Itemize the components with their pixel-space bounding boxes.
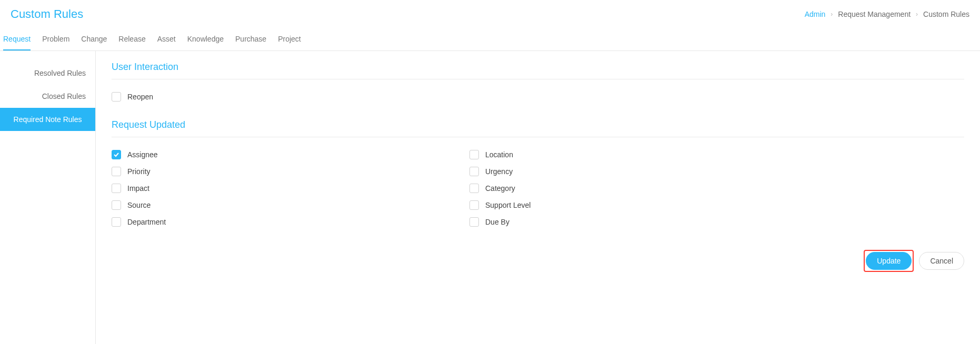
option-category: Category <box>469 184 827 193</box>
tab-problem[interactable]: Problem <box>42 28 69 50</box>
sidebar: Resolved Rules Closed Rules Required Not… <box>0 51 96 344</box>
breadcrumb-request-management[interactable]: Request Management <box>838 10 911 18</box>
option-impact: Impact <box>112 184 469 193</box>
option-label: Due By <box>485 218 509 226</box>
divider <box>112 79 964 79</box>
tab-change[interactable]: Change <box>81 28 107 50</box>
checkbox-priority[interactable] <box>112 167 121 176</box>
option-label: Urgency <box>485 167 513 176</box>
options-grid: Assignee Priority Impact <box>112 150 964 234</box>
option-priority: Priority <box>112 167 469 176</box>
module-tabs: Request Problem Change Release Asset Kno… <box>0 28 980 51</box>
cancel-button[interactable]: Cancel <box>919 252 964 270</box>
option-label: Impact <box>127 184 149 193</box>
tab-knowledge[interactable]: Knowledge <box>187 28 224 50</box>
update-button[interactable]: Update <box>866 252 912 270</box>
option-label: Source <box>127 201 151 209</box>
option-support-level: Support Level <box>469 200 827 210</box>
checkbox-reopen[interactable] <box>112 92 121 102</box>
checkbox-category[interactable] <box>469 184 479 193</box>
breadcrumb-custom-rules: Custom Rules <box>923 10 969 18</box>
tab-project[interactable]: Project <box>278 28 301 50</box>
option-assignee: Assignee <box>112 150 469 159</box>
options-col-left: Assignee Priority Impact <box>112 150 469 234</box>
chevron-right-icon: › <box>916 11 918 18</box>
checkbox-location[interactable] <box>469 150 479 159</box>
option-urgency: Urgency <box>469 167 827 176</box>
option-label: Reopen <box>127 93 153 101</box>
tab-purchase[interactable]: Purchase <box>235 28 266 50</box>
check-icon <box>113 151 119 158</box>
option-label: Category <box>485 184 515 193</box>
checkbox-support-level[interactable] <box>469 200 479 210</box>
option-label: Location <box>485 150 513 159</box>
highlight-update: Update <box>864 250 914 272</box>
tab-asset[interactable]: Asset <box>157 28 176 50</box>
breadcrumb-admin[interactable]: Admin <box>805 10 826 18</box>
tab-release[interactable]: Release <box>118 28 145 50</box>
tab-request[interactable]: Request <box>3 28 31 50</box>
checkbox-due-by[interactable] <box>469 217 479 227</box>
option-due-by: Due By <box>469 217 827 227</box>
divider <box>112 137 964 137</box>
chevron-right-icon: › <box>831 11 833 18</box>
options-col-right: Location Urgency Category <box>469 150 827 234</box>
option-reopen: Reopen <box>112 92 964 102</box>
sidebar-item-resolved-rules[interactable]: Resolved Rules <box>0 62 95 85</box>
content-area: User Interaction Reopen Request Updated … <box>96 51 980 344</box>
option-label: Department <box>127 218 166 226</box>
section-title-request-updated: Request Updated <box>112 119 964 130</box>
option-label: Priority <box>127 167 151 176</box>
main-layout: Resolved Rules Closed Rules Required Not… <box>0 51 980 344</box>
action-bar: Update Cancel <box>112 250 964 272</box>
option-department: Department <box>112 217 469 227</box>
checkbox-urgency[interactable] <box>469 167 479 176</box>
sidebar-item-closed-rules[interactable]: Closed Rules <box>0 85 95 108</box>
option-location: Location <box>469 150 827 159</box>
checkbox-impact[interactable] <box>112 184 121 193</box>
checkbox-source[interactable] <box>112 200 121 210</box>
breadcrumb: Admin › Request Management › Custom Rule… <box>805 10 969 18</box>
option-label: Assignee <box>127 150 158 159</box>
option-label: Support Level <box>485 201 531 209</box>
page-header: Custom Rules Admin › Request Management … <box>0 0 980 28</box>
section-title-user-interaction: User Interaction <box>112 62 964 73</box>
page-title: Custom Rules <box>11 7 83 21</box>
checkbox-department[interactable] <box>112 217 121 227</box>
option-source: Source <box>112 200 469 210</box>
checkbox-assignee[interactable] <box>112 150 121 159</box>
sidebar-item-required-note-rules[interactable]: Required Note Rules <box>0 108 95 131</box>
